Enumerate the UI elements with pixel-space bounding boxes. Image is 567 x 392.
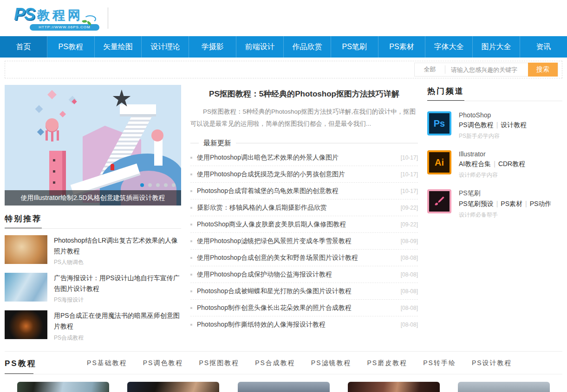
slider-caption[interactable]: 使用Illustrator绘制2.5D风格创意建筑插画设计教程 [5,190,181,206]
tutorial-thumbnail[interactable] [458,382,550,392]
featured-slider[interactable]: 使用Illustrator绘制2.5D风格创意建筑插画设计教程 [5,85,181,206]
channel-name[interactable]: Illustrator [459,150,562,158]
channel-name[interactable]: PhotoShop [459,111,562,119]
news-date: [08-08] [401,271,418,278]
special-title[interactable]: 广告海报设计：用PS设计山地自行车宣传广告图片设计教程 [54,273,181,294]
tab-ps-retouch[interactable]: PS磨皮教程 [367,359,408,367]
news-title[interactable]: Photoshop合成被蝴蝶和星光打散的头像图片设计教程 [197,287,401,296]
slider-illustration [37,129,45,136]
news-title[interactable]: Photoshop制作撕纸特效的人像海报设计教程 [197,321,401,329]
special-thumbnail [5,235,47,264]
section-title: 热门频道 [427,87,464,96]
nav-item-fonts[interactable]: 字体大全 [425,36,473,58]
news-title[interactable]: 摄影欣赏：移轴风格的人像后期摄影作品欣赏 [197,204,401,212]
special-item[interactable]: 广告海报设计：用PS设计山地自行车宣传广告图片设计教程 PS海报设计 [5,273,181,304]
channel-link[interactable]: AI教程合集 [459,160,491,167]
channel-link[interactable]: PS素材 [501,200,522,207]
main-nav: 首页 PS教程 矢量绘图 设计理论 学摄影 前端设计 作品欣赏 PS笔刷 PS素… [0,36,567,58]
tutorial-thumbnail[interactable] [17,382,109,392]
tab-ps-composite[interactable]: PS合成教程 [255,359,295,367]
slider-dot-5[interactable] [172,183,176,187]
search-input[interactable] [445,66,528,73]
slider-dot-3[interactable] [156,183,160,187]
nav-item-gallery[interactable]: 作品欣赏 [284,36,331,58]
news-title[interactable]: PhotoShop商业人像皮肤磨皮美肤后期人像修图教程 [197,220,401,229]
search-category-select[interactable]: 全部 [415,65,445,74]
news-item[interactable]: Photoshop合成被蝴蝶和星光打散的头像图片设计教程 [08-08] [190,283,418,300]
news-item[interactable]: 使用Photoshop滤镜把绿色风景照片变成冬季雪景教程 [08-09] [190,233,418,250]
channel-brushes[interactable]: PS笔刷 PS笔刷预设|PS素材|PS动作 设计师必备帮手 [427,189,562,219]
channel-link[interactable]: PS笔刷预设 [459,200,494,207]
news-item[interactable]: PhotoShop商业人像皮肤磨皮美肤后期人像修图教程 [09-22] [190,216,418,233]
tab-ps-cutout[interactable]: PS抠图教程 [199,359,239,367]
slider-illustration [53,159,55,161]
news-date: [08-08] [401,321,418,328]
heading-rule [190,143,199,143]
channel-link[interactable]: CDR教程 [498,160,525,167]
tab-ps-filters[interactable]: PS滤镜教程 [311,359,352,367]
tab-ps-design[interactable]: PS设计教程 [472,359,512,367]
bullet-icon [190,257,192,259]
nav-item-news[interactable]: 资讯 [520,36,567,58]
slider-dot-4[interactable] [164,183,168,187]
slider-dot-1[interactable] [140,183,144,187]
nav-item-vector[interactable]: 矢量绘图 [95,36,142,58]
slider-illustration [49,151,66,195]
tutorial-thumbnail[interactable] [127,382,219,392]
news-item[interactable]: Photoshop制作创意头像长出花朵效果的照片合成教程 [08-08] [190,300,418,316]
news-item[interactable]: 使用Photoshop调出暗色艺术效果的外景人像图片 [10-17] [190,149,418,166]
link-separator: | [522,200,530,207]
news-title[interactable]: Photoshop合成背着城堡的乌龟效果图的创意教程 [197,187,401,195]
news-item[interactable]: Photoshop制作撕纸特效的人像海报设计教程 [08-08] [190,316,418,333]
news-title[interactable]: 使用Photoshop合成抚摸恐龙头部的小男孩创意图片 [197,170,401,179]
news-title[interactable]: 使用Photoshop调出暗色艺术效果的外景人像图片 [197,154,401,162]
news-title[interactable]: 使用Photoshop滤镜把绿色风景照片变成冬季雪景教程 [197,237,401,245]
channel-illustrator[interactable]: Ai Illustrator AI教程合集|CDR教程 设计师必学内容 [427,150,562,179]
bullet-icon [190,174,192,175]
news-title[interactable]: Photoshop制作创意头像长出花朵效果的照片合成教程 [197,304,401,312]
featured-article-title[interactable]: PS抠图教程：5种经典的Photoshop抠图方法技巧详解 [190,89,418,99]
channel-link[interactable]: 设计教程 [501,121,527,129]
nav-item-frontend[interactable]: 前端设计 [236,36,284,58]
news-item[interactable]: 使用Photoshop合成创意的美女和野兽场景图片设计教程 [08-08] [190,250,418,266]
channel-link[interactable]: PS动作 [530,200,552,207]
nav-item-brushes[interactable]: PS笔刷 [331,36,378,58]
search-button[interactable]: 搜索 [528,63,558,77]
tutorial-thumbnail[interactable] [348,382,440,392]
nav-item-ps-tutorials[interactable]: PS教程 [47,36,95,58]
tutorial-thumbnail[interactable] [238,382,330,392]
nav-item-images[interactable]: 图片大全 [473,36,520,58]
bullet-icon [190,307,192,309]
nav-item-home[interactable]: 首页 [0,36,47,58]
channel-description: 设计师必学内容 [459,171,562,179]
channel-link[interactable]: PS调色教程 [459,121,494,129]
slider-dot-2[interactable] [148,183,152,187]
news-item[interactable]: 摄影欣赏：移轴风格的人像后期摄影作品欣赏 [09-22] [190,199,418,216]
tab-ps-basics[interactable]: PS基础教程 [87,359,127,367]
special-item[interactable]: 用PS合成正在使用魔法书的暗黑巫师创意图片教程 PS合成教程 [5,310,181,341]
special-title[interactable]: 用PS合成正在使用魔法书的暗黑巫师创意图片教程 [54,310,181,332]
news-date: [08-09] [401,238,418,244]
heading-rule [5,228,181,229]
news-item[interactable]: Photoshop合成背着城堡的乌龟效果图的创意教程 [10-17] [190,183,418,199]
special-item[interactable]: Photoshop结合LR调出复古艺术效果的人像照片教程 PS人物调色 [5,235,181,266]
bullet-icon [190,207,192,209]
nav-item-photography[interactable]: 学摄影 [189,36,236,58]
special-title[interactable]: Photoshop结合LR调出复古艺术效果的人像照片教程 [54,235,181,257]
tab-ps-painting[interactable]: PS转手绘 [423,359,456,367]
right-column: 热门频道 Ps PhotoShop PS调色教程|设计教程 PS新手必学内容 A… [427,85,562,342]
site-logo[interactable]: PS 教程网 HTTP://WWW.06PS.COM [14,6,99,31]
news-item[interactable]: 使用Photoshop合成抚摸恐龙头部的小男孩创意图片 [10-17] [190,166,418,183]
tab-ps-coloring[interactable]: PS调色教程 [143,359,183,367]
slider-illustration [47,90,57,99]
nav-item-design-theory[interactable]: 设计理论 [142,36,189,58]
channel-photoshop[interactable]: Ps PhotoShop PS调色教程|设计教程 PS新手必学内容 [427,111,562,140]
channel-name[interactable]: PS笔刷 [459,189,562,198]
news-title[interactable]: 使用Photoshop合成保护动物公益海报设计教程 [197,270,401,279]
hot-channels-heading: 热门频道 [427,86,562,101]
bullet-icon [190,190,192,192]
news-title[interactable]: 使用Photoshop合成创意的美女和野兽场景图片设计教程 [197,254,401,262]
nav-item-materials[interactable]: PS素材 [378,36,426,58]
bullet-icon [190,324,192,326]
news-item[interactable]: 使用Photoshop合成保护动物公益海报设计教程 [08-08] [190,266,418,283]
